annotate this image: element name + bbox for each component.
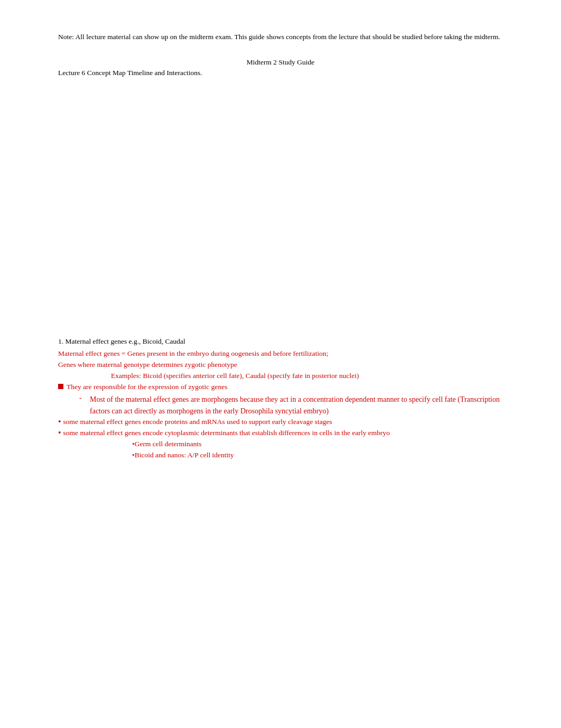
sub-bullet-1: •Germ cell determinants bbox=[132, 439, 503, 450]
section-1-line1: Maternal effect genes = Genes present in… bbox=[58, 348, 503, 360]
dot-icon-2: • bbox=[58, 428, 61, 439]
dash-1-text: Most of the maternal effect genes are mo… bbox=[90, 394, 503, 417]
spacer bbox=[58, 77, 503, 331]
note-paragraph: Note: All lecture material can show up o… bbox=[58, 32, 503, 42]
sub-bullet-2: •Bicoid and nanos: A/P cell identity bbox=[132, 450, 503, 461]
examples-label: Examples: bbox=[111, 372, 141, 380]
page-title: Midterm 2 Study Guide bbox=[58, 58, 503, 67]
dot-2-text: some maternal effect genes encode cytopl… bbox=[63, 428, 390, 439]
dot-1-text: some maternal effect genes encode protei… bbox=[63, 417, 332, 428]
section-1-line2: Genes where maternal genotype determines… bbox=[58, 360, 503, 371]
page-subtitle: Lecture 6 Concept Map Timeline and Inter… bbox=[58, 69, 503, 77]
dot-icon-1: • bbox=[58, 417, 61, 428]
page: Note: All lecture material can show up o… bbox=[0, 0, 561, 728]
section-1: 1. Maternal effect genes e.g., Bicoid, C… bbox=[58, 336, 503, 461]
examples-line: Examples: Bicoid (specifies anterior cel… bbox=[111, 371, 503, 382]
dot-bullet-1: • some maternal effect genes encode prot… bbox=[58, 417, 503, 428]
square-bullet-icon bbox=[58, 384, 63, 389]
dot-bullet-2: • some maternal effect genes encode cyto… bbox=[58, 428, 503, 439]
bullet-1-line: They are responsible for the expression … bbox=[58, 382, 503, 393]
examples-text: Bicoid (specifies anterior cell fate), C… bbox=[143, 372, 359, 380]
bullet-1-text: They are responsible for the expression … bbox=[67, 382, 227, 393]
section-1-header: 1. Maternal effect genes e.g., Bicoid, C… bbox=[58, 336, 503, 347]
dash-1-item: - Most of the maternal effect genes are … bbox=[79, 394, 503, 417]
dash-icon: - bbox=[79, 394, 86, 417]
